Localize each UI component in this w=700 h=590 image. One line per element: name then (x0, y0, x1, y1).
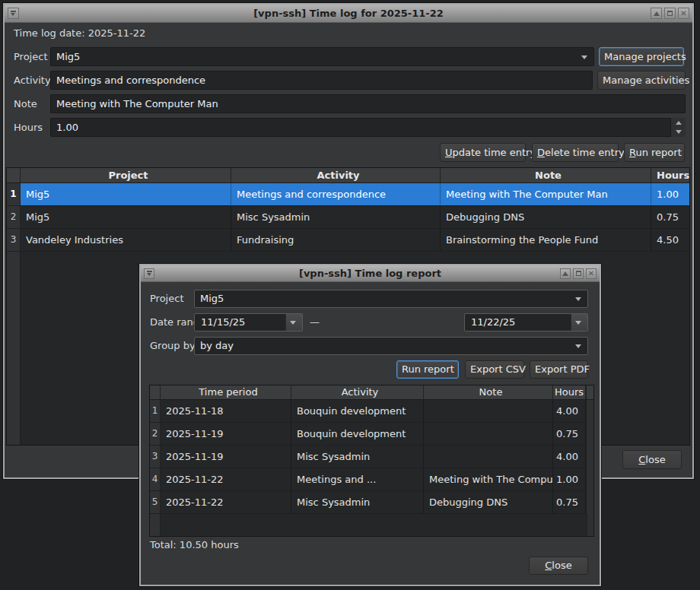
chevron-down-icon (575, 297, 581, 301)
cell-period[interactable]: 2025-11-22 (161, 491, 291, 514)
table-row[interactable]: 2 2025-11-19 Bouquin development 0.75 (150, 423, 593, 446)
scrollbar-track[interactable] (586, 446, 593, 468)
cell-period[interactable]: 2025-11-22 (161, 468, 291, 491)
maximize-button[interactable] (664, 8, 676, 19)
date-start-combo[interactable]: 11/15/25 (194, 313, 303, 331)
cell-note[interactable]: Meeting with The Computer Man (441, 183, 651, 206)
cell-note[interactable] (424, 423, 553, 446)
cell-project[interactable]: Mig5 (21, 183, 231, 206)
activity-input[interactable] (50, 71, 593, 90)
main-close-button[interactable]: Close (622, 450, 682, 469)
cell-activity[interactable]: Meetings and ... (291, 468, 424, 491)
col-header-note[interactable]: Note (424, 385, 553, 400)
scrollbar-track[interactable] (587, 514, 593, 536)
main-titlebar[interactable]: [vpn-ssh] Time log for 2025-11-22 ✕ (5, 5, 692, 23)
maximize-button[interactable] (573, 268, 584, 279)
cell-hours[interactable]: 4.00 (553, 400, 586, 423)
date-end-combo[interactable]: 11/22/25 (464, 313, 588, 331)
manage-projects-button[interactable]: Manage projects (599, 47, 684, 66)
cell-period[interactable]: 2025-11-18 (161, 400, 291, 423)
table-row[interactable]: 3 2025-11-19 Misc Sysadmin 4.00 (150, 446, 593, 468)
cell-hours[interactable]: 4.50 (651, 229, 689, 252)
cell-hours[interactable]: 1.00 (553, 468, 586, 491)
cell-activity[interactable]: Misc Sysadmin (291, 446, 424, 468)
date-start-drop-button[interactable] (285, 314, 302, 331)
hours-spinbox[interactable] (50, 118, 686, 137)
table-row[interactable]: 5 2025-11-22 Misc Sysadmin Debugging DNS… (150, 491, 593, 514)
col-header-activity[interactable]: Activity (231, 168, 441, 183)
table-row[interactable]: 2 Mig5 Misc Sysadmin Debugging DNS 0.75 (7, 206, 689, 229)
cell-project[interactable]: Vandeley Industries (21, 229, 231, 252)
cell-activity[interactable]: Bouquin development (291, 423, 424, 446)
export-csv-button[interactable]: Export CSV (465, 360, 524, 379)
col-header-note[interactable]: Note (441, 168, 651, 183)
close-window-button[interactable]: ✕ (678, 8, 689, 19)
col-header-period[interactable]: Time period (161, 385, 291, 400)
scrollbar-track[interactable] (586, 423, 593, 446)
cell-note[interactable] (424, 446, 553, 468)
hours-spin-buttons[interactable] (670, 118, 686, 137)
cell-note[interactable]: Brainstorming the People Fund (441, 229, 651, 252)
shade-button[interactable] (651, 8, 662, 19)
cell-hours[interactable]: 0.75 (553, 491, 586, 514)
spin-up-button[interactable] (671, 118, 686, 128)
project-combo[interactable]: Mig5 (50, 47, 594, 66)
row-number[interactable]: 3 (7, 229, 21, 252)
row-number[interactable]: 2 (7, 206, 21, 229)
scrollbar-track[interactable] (586, 385, 593, 400)
cell-note[interactable] (424, 400, 553, 423)
table-row[interactable]: 1 2025-11-18 Bouquin development 4.00 (150, 400, 593, 423)
dialog-close-button[interactable]: Close (529, 557, 588, 575)
date-start-value: 11/15/25 (201, 314, 245, 331)
scrollbar-track[interactable] (586, 468, 593, 491)
hours-input[interactable] (50, 118, 686, 137)
row-number[interactable]: 4 (150, 468, 161, 491)
table-row[interactable]: 4 2025-11-22 Meetings and ... Meeting wi… (150, 468, 593, 491)
cell-activity[interactable]: Misc Sysadmin (291, 491, 424, 514)
cell-note[interactable]: Meeting with The Computer... (424, 468, 553, 491)
cell-activity[interactable]: Misc Sysadmin (231, 206, 441, 229)
export-pdf-button[interactable]: Export PDF (530, 360, 588, 379)
delete-time-entry-button[interactable]: Delete time entry (532, 143, 619, 162)
update-time-entry-button[interactable]: Update time entry (440, 143, 526, 162)
cell-activity[interactable]: Meetings and correspondence (231, 183, 441, 206)
table-row[interactable]: 3 Vandeley Industries Fundraising Brains… (7, 229, 689, 252)
cell-period[interactable]: 2025-11-19 (161, 423, 291, 446)
manage-activities-button[interactable]: Manage activities (597, 71, 686, 90)
cell-hours[interactable]: 4.00 (553, 446, 586, 468)
dialog-titlebar[interactable]: [vpn-ssh] Time log report ✕ (141, 265, 600, 282)
dialog-run-report-button[interactable]: Run report (396, 360, 459, 379)
cell-note[interactable]: Debugging DNS (424, 491, 553, 514)
scrollbar-track[interactable] (586, 400, 593, 423)
report-project-combo[interactable]: Mig5 (194, 290, 588, 308)
col-header-project[interactable]: Project (21, 168, 231, 183)
chevron-down-icon (290, 321, 296, 325)
col-header-hours[interactable]: Hours (553, 385, 586, 400)
table-row[interactable]: 1 Mig5 Meetings and correspondence Meeti… (7, 183, 689, 206)
shade-button[interactable] (560, 268, 571, 279)
row-number[interactable]: 2 (150, 423, 161, 446)
col-header-hours[interactable]: Hours (651, 168, 689, 183)
cell-hours[interactable]: 0.75 (651, 206, 689, 229)
spin-down-button[interactable] (671, 128, 686, 138)
cell-activity[interactable]: Bouquin development (291, 400, 424, 423)
scrollbar-track[interactable] (586, 491, 593, 514)
row-number[interactable]: 1 (7, 183, 21, 206)
col-header-activity[interactable]: Activity (291, 385, 424, 400)
row-number[interactable]: 5 (150, 491, 161, 514)
group-by-combo[interactable]: by day (194, 337, 588, 355)
window-menu-button[interactable] (8, 8, 19, 19)
run-report-button[interactable]: Run report (624, 143, 685, 162)
cell-period[interactable]: 2025-11-19 (161, 446, 291, 468)
row-number[interactable]: 1 (150, 400, 161, 423)
note-input[interactable] (50, 94, 686, 113)
cell-project[interactable]: Mig5 (21, 206, 231, 229)
window-menu-button[interactable] (144, 268, 154, 279)
cell-activity[interactable]: Fundraising (231, 229, 441, 252)
cell-hours[interactable]: 0.75 (553, 423, 586, 446)
row-number[interactable]: 3 (150, 446, 161, 468)
date-end-drop-button[interactable] (571, 314, 587, 331)
close-window-button[interactable]: ✕ (586, 268, 597, 279)
cell-note[interactable]: Debugging DNS (441, 206, 651, 229)
cell-hours[interactable]: 1.00 (651, 183, 689, 206)
